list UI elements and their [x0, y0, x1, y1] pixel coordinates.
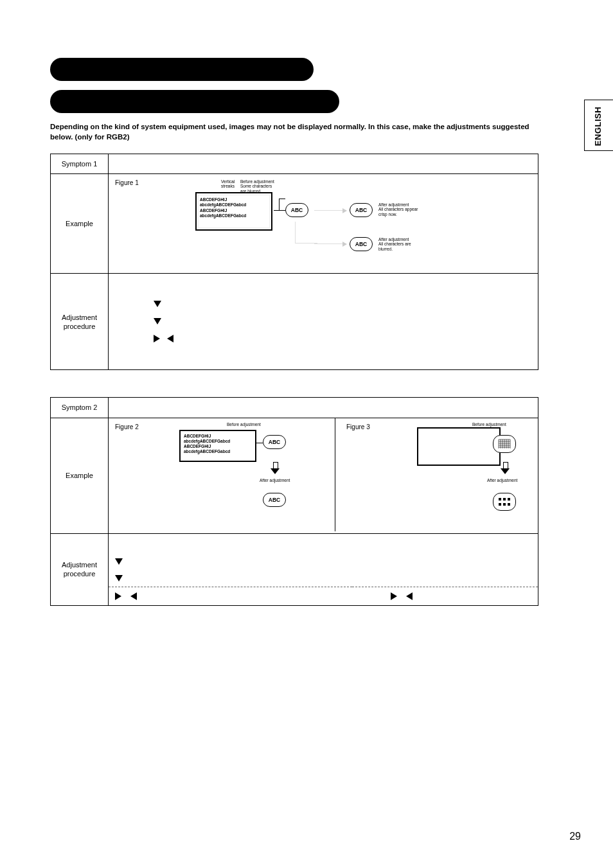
language-tab-label: ENGLISH — [593, 107, 603, 146]
adjustment-2-right-pair — [352, 587, 538, 605]
symptom-2-desc — [109, 398, 538, 418]
after-crisp-label: After adjustment All characters appear c… — [378, 202, 418, 216]
triangle-down-icon — [115, 558, 123, 565]
svg-rect-15 — [499, 503, 501, 506]
svg-rect-14 — [508, 498, 510, 500]
grid-fine-icon — [493, 435, 516, 453]
intro-paragraph: Depending on the kind of system equipmen… — [50, 122, 538, 142]
triangle-down-icon — [154, 318, 161, 324]
triangle-left-icon — [130, 592, 137, 600]
abc-before-2: ABC — [263, 435, 286, 449]
symptom-table-2: Symptom 2 Example Figure 2 Before adjust… — [50, 397, 538, 606]
abc-blurred: ABC — [350, 237, 373, 251]
after-adjustment-label-3: After adjustment — [487, 478, 517, 483]
figure-2-label: Figure 2 — [115, 423, 139, 430]
after-adjustment-label-2: After adjustment — [260, 478, 290, 483]
figure-3-diagram: Figure 3 Before adjustment After ad — [346, 423, 552, 526]
abc-crisp: ABC — [350, 203, 373, 217]
symptom-table-1: Symptom 1 Example Figure 1 Vertical stre… — [50, 154, 538, 370]
down-arrow-icon — [271, 462, 279, 475]
triangle-left-icon — [167, 335, 173, 342]
adjustment-2-left-pair — [109, 587, 353, 605]
figure-1-label: Figure 1 — [115, 179, 139, 186]
sample-screen-box-2: ABCDEFGHIJ abcdefgABCDEFGabcd ABCDEFGHIJ… — [179, 430, 256, 462]
adjustment-2-row1 — [109, 533, 538, 553]
triangle-right-icon — [391, 592, 397, 600]
adjustment-1-cell — [109, 274, 538, 370]
abc-after-2: ABC — [263, 493, 286, 507]
symptom-1-desc — [109, 154, 538, 174]
sample-screen-box-1: ABCDEFGHIJ abcdefgABCDEFGabcd ABCDEFGHIJ… — [195, 192, 272, 231]
section-header-2 — [50, 90, 339, 113]
example-2-cell: Figure 2 Before adjustment ABCDEFGHIJ ab… — [109, 418, 538, 533]
svg-rect-17 — [508, 503, 510, 506]
figure-1-diagram: Figure 1 Vertical streaks Before adjustm… — [115, 179, 526, 269]
adjustment-procedure-label-1: Adjustment procedure — [51, 274, 109, 370]
page-content: Depending on the kind of system equipmen… — [50, 58, 538, 633]
grid-coarse-icon — [493, 493, 516, 511]
before-adjustment-label-1: Before adjustment Some characters are bl… — [240, 179, 274, 193]
svg-rect-13 — [503, 498, 506, 500]
down-arrow-icon — [501, 462, 509, 475]
language-tab: ENGLISH — [584, 100, 613, 151]
example-label-2: Example — [51, 418, 109, 533]
vertical-streaks-label: Vertical streaks — [221, 179, 235, 188]
adjustment-2-row2 — [109, 553, 538, 587]
symptom-label-2: Symptom 2 — [51, 398, 109, 418]
triangle-right-icon — [154, 335, 160, 342]
svg-rect-16 — [503, 503, 506, 506]
triangle-right-icon — [115, 592, 121, 600]
before-adjustment-label-3: Before adjustment — [472, 422, 506, 427]
abc-magnify-1: ABC — [285, 203, 308, 217]
after-blurred-label: After adjustment All characters are blur… — [378, 237, 411, 251]
figure-2-diagram: Figure 2 Before adjustment ABCDEFGHIJ ab… — [115, 423, 321, 526]
adjustment-1-steps — [154, 299, 173, 353]
triangle-left-icon — [406, 592, 413, 600]
before-adjustment-label-2: Before adjustment — [227, 422, 261, 427]
symptom-label-1: Symptom 1 — [51, 154, 109, 174]
triangle-down-icon — [154, 301, 161, 307]
sample-screen-box-3 — [417, 427, 501, 466]
adjustment-procedure-label-2: Adjustment procedure — [51, 533, 109, 605]
triangle-down-icon — [115, 575, 123, 581]
figure-3-label: Figure 3 — [346, 423, 370, 430]
section-header-1 — [50, 58, 314, 81]
svg-rect-12 — [499, 498, 501, 500]
arrow-right-icon — [314, 210, 346, 211]
example-label-1: Example — [51, 174, 109, 274]
page-number: 29 — [569, 831, 581, 842]
example-1-cell: Figure 1 Vertical streaks Before adjustm… — [109, 174, 538, 274]
arrow-right-icon — [314, 244, 346, 244]
